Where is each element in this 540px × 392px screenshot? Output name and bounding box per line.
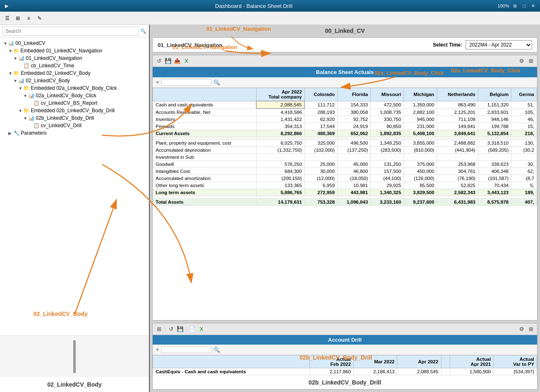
- window-title: Dashboard - Balance Sheet Drill: [215, 3, 292, 9]
- expand-icon2[interactable]: ⊞: [527, 325, 535, 333]
- refresh-icon[interactable]: ↺: [155, 57, 163, 65]
- tree-item-cv01[interactable]: ▼ 📊 01_LinkedCV_Navigation: [0, 54, 149, 62]
- save-icon[interactable]: 💾: [176, 325, 184, 333]
- table-row-subtotal: Long term assets 5,886,765 272,959 443,9…: [153, 189, 537, 196]
- cell: (44,100): [371, 175, 404, 182]
- restore-icon[interactable]: ⧉: [512, 2, 518, 9]
- cv-icon: 📊: [28, 93, 35, 99]
- cell: 10,981: [337, 182, 371, 189]
- grid-icon[interactable]: ⊞: [13, 14, 22, 23]
- doc-icon[interactable]: 📄: [188, 325, 196, 333]
- drill-table-wrapper[interactable]: ActualFeb 2022 Mar 2022 Apr 2022 ActualA…: [153, 355, 537, 376]
- drill-table: ActualFeb 2022 Mar 2022 Apr 2022 ActualA…: [153, 355, 537, 375]
- filter-search-icon[interactable]: 🔍: [213, 79, 220, 86]
- tree-label: 00_LinkedCV: [15, 40, 45, 46]
- report-icon: 📋: [33, 123, 40, 128]
- cell: 130,: [511, 140, 537, 147]
- cell: 375,000: [404, 161, 437, 168]
- cell: (12,000): [305, 175, 337, 182]
- excel-icon2[interactable]: X: [198, 325, 205, 333]
- cell: 3,829,500: [404, 189, 437, 196]
- cell: 338,623: [478, 161, 511, 168]
- table-row: Goodwill 576,250 25,000 45,000 131,250 3…: [153, 161, 537, 168]
- cv-icon: 📊: [18, 78, 25, 84]
- search-icon[interactable]: 🔍: [140, 28, 146, 34]
- tree-label: 02a_LinkedCV_Body_Click: [36, 93, 96, 99]
- cell: 652,062: [337, 130, 371, 137]
- tree-item-cv02[interactable]: ▼ 📊 02_LinkedCV_Body: [0, 77, 149, 84]
- tree-item-cb-time[interactable]: 📋 cb_LinkedCV_Time: [0, 62, 149, 69]
- grid-icon[interactable]: ⊞: [155, 325, 163, 333]
- tree-item-cv02b[interactable]: ▼ 📊 02b_LinkedCV_Body_Drill: [0, 114, 149, 122]
- zoom-level: 100%: [498, 3, 509, 8]
- cell: 330,750: [371, 116, 404, 123]
- report-icon: 📋: [33, 100, 40, 106]
- col-header-belgium: Belgium: [478, 88, 511, 101]
- cell: (101,587): [478, 175, 511, 182]
- tree-item-00linkedcv[interactable]: ▼ 📊 00_LinkedCV: [0, 39, 149, 47]
- cell: 24,919: [337, 123, 371, 130]
- cell: 231,000: [404, 123, 437, 130]
- tree-item-params[interactable]: ▶ 🔧 Parameters: [0, 129, 149, 137]
- cell: (76,190): [437, 175, 478, 182]
- cell: 1,350,000: [404, 101, 437, 108]
- cell[interactable]: 2,088,545: [256, 101, 305, 108]
- cell: 407,: [511, 199, 537, 206]
- cell: 1,892,835: [371, 130, 404, 137]
- filter-input[interactable]: [161, 79, 211, 86]
- select-time-dropdown[interactable]: 2022M4 - Apr 2022: [466, 40, 532, 49]
- bs-section-toolbar: ↺ 💾 📤 X ⚙ ⊞: [153, 55, 537, 67]
- menu-icon[interactable]: ☰: [2, 14, 12, 23]
- close-icon[interactable]: ✕: [530, 2, 537, 9]
- tree-item-emb02b[interactable]: ▼ 📁 Embedded 02b_LinkedCV_Body_Drill: [0, 107, 149, 114]
- tree-item-emb02[interactable]: ▼ 📁 Embedded 02_LinkedCV_Body: [0, 69, 149, 77]
- tree-item-emb02a[interactable]: ▼ 📁 Embedded 02a_LinkedCV_Body_Click: [0, 84, 149, 92]
- balance-sheet-section: ↺ 💾 📤 X ⚙ ⊞ Balance Sheet Actuals 02a_Li…: [152, 55, 538, 321]
- table-row: Intangibles Cost 684,300 30,000 46,800 1…: [153, 168, 537, 175]
- drill-search-icon[interactable]: 🔍: [213, 346, 220, 353]
- cell: 80,850: [371, 123, 404, 130]
- list-icon[interactable]: ≡: [24, 14, 33, 23]
- cell: 46,: [511, 116, 537, 123]
- embedded-icon: 📁: [13, 70, 20, 76]
- cell: 3,233,160: [371, 199, 404, 206]
- maximize-icon[interactable]: □: [521, 2, 528, 9]
- edit-icon[interactable]: ✎: [35, 14, 44, 23]
- table-row: Investment in Sub: [153, 154, 537, 161]
- tree-item-cv-drill[interactable]: 📋 cv_LinkedCV_Drill: [0, 122, 149, 129]
- cell: 253,968: [437, 161, 478, 168]
- settings-icon[interactable]: ⚙: [518, 57, 525, 65]
- cell: [478, 154, 511, 161]
- cell: 3,855,000: [404, 140, 437, 147]
- cv-icon: 📊: [8, 41, 14, 46]
- nav-wrapper: 01_LinkedCV_Navigation Select Time: 2022…: [152, 37, 538, 52]
- expand-icon[interactable]: ⊞: [527, 57, 535, 65]
- cell: 45,000: [337, 161, 371, 168]
- col-header-florida: Florida: [337, 88, 371, 101]
- table-row: Accumulated depreciation (1,332,750) (10…: [153, 147, 537, 154]
- cell: 62,: [511, 168, 537, 175]
- cell: (137,250): [337, 147, 371, 154]
- nav-section: 01_LinkedCV_Navigation Select Time: 2022…: [152, 37, 538, 52]
- save-icon[interactable]: 💾: [164, 57, 172, 65]
- undo-icon[interactable]: ↺: [167, 325, 175, 333]
- bs-table-wrapper[interactable]: Apr 2022Total company Colorado Florida M…: [153, 88, 537, 320]
- tree-item-emb01[interactable]: ▼ 📁 Embedded 01_LinkedCV_Navigation: [0, 47, 149, 54]
- refresh-icon2[interactable]: ⚙: [518, 325, 525, 333]
- bs-toolbar-right: ⚙ ⊞: [518, 57, 535, 65]
- tree-item-cv-bs[interactable]: 📋 cv_LinkedCV_BS_Report: [0, 99, 149, 107]
- drill-filter-input[interactable]: [161, 346, 211, 353]
- cell: 218,: [511, 130, 537, 137]
- search-input[interactable]: [2, 27, 139, 36]
- col-header-germany: Germa: [511, 88, 537, 101]
- cell: (8,7: [511, 175, 537, 182]
- table-row: Cash and cash equivalents 2,088,545 111,…: [153, 101, 537, 108]
- cell: 8,292,866: [256, 130, 305, 137]
- cell: 29,925: [371, 182, 404, 189]
- cell: 105,: [511, 108, 537, 116]
- row-label: Intangibles Cost: [153, 168, 257, 175]
- tree-item-cv02a[interactable]: ▼ 📊 02a_LinkedCV_Body_Click: [0, 92, 149, 99]
- col-header-label: [153, 88, 257, 101]
- export-icon[interactable]: 📤: [173, 57, 181, 65]
- excel-icon[interactable]: X: [183, 57, 190, 65]
